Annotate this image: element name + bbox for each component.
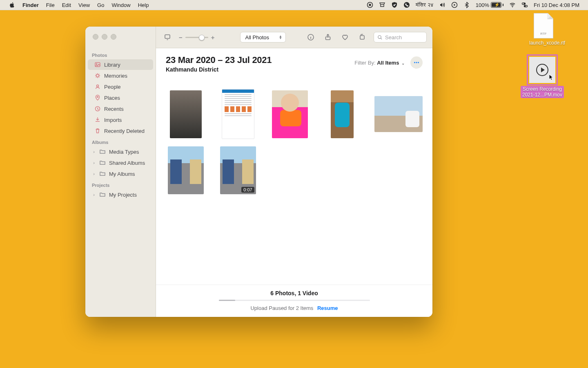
- info-button[interactable]: [305, 31, 316, 43]
- svg-point-6: [524, 3, 525, 4]
- sidebar: Photos Library Memories People Places Re…: [85, 27, 156, 317]
- zoom-track[interactable]: [185, 37, 208, 38]
- zoom-slider[interactable]: − +: [179, 34, 215, 41]
- filter-value: All Items: [377, 60, 399, 66]
- favorite-button[interactable]: [339, 31, 351, 43]
- view-selector-label: All Photos: [245, 34, 270, 40]
- more-button[interactable]: [410, 56, 423, 69]
- photo-thumbnail[interactable]: [374, 96, 423, 132]
- folder-icon: [99, 159, 106, 166]
- svg-rect-15: [165, 35, 170, 38]
- menu-view[interactable]: View: [75, 0, 94, 10]
- video-duration-badge: 0:07: [241, 187, 254, 193]
- mov-file-icon: [528, 56, 557, 84]
- apple-menu[interactable]: [6, 0, 19, 10]
- menubar-control-center-icon[interactable]: [519, 0, 531, 10]
- upload-status-text: Upload Paused for 2 Items: [250, 305, 313, 311]
- sidebar-item-imports[interactable]: Imports: [88, 114, 153, 125]
- sidebar-item-label: People: [104, 84, 120, 90]
- close-button[interactable]: [93, 34, 98, 40]
- memories-icon: [94, 72, 101, 79]
- desktop-file-mov[interactable]: Screen Recording2021-12...PM.mov: [518, 56, 567, 98]
- sidebar-item-label: My Albums: [109, 171, 135, 177]
- play-icon: [536, 64, 548, 76]
- share-button[interactable]: [322, 31, 334, 43]
- folder-icon: [99, 171, 106, 177]
- view-selector[interactable]: All Photos ▲▼: [240, 32, 286, 43]
- sidebar-item-shared-albums[interactable]: › Shared Albums: [88, 157, 153, 168]
- resume-link[interactable]: Resume: [317, 305, 338, 311]
- minimize-button[interactable]: [102, 34, 107, 40]
- sidebar-item-places[interactable]: Places: [88, 92, 153, 103]
- photo-thumbnail[interactable]: [222, 89, 254, 139]
- battery-icon: ⚡: [491, 2, 503, 8]
- photo-grid: 0:07: [156, 74, 432, 198]
- menubar-viber-icon[interactable]: [401, 0, 413, 10]
- menubar-date-extra[interactable]: मंसिर २४: [413, 0, 436, 10]
- menubar-clock[interactable]: Fri 10 Dec 4:08 PM: [531, 0, 582, 10]
- search-input[interactable]: Search: [374, 32, 427, 43]
- zoom-out-icon[interactable]: −: [179, 34, 183, 41]
- zoom-button[interactable]: [111, 34, 116, 40]
- menubar-app[interactable]: Finder: [19, 0, 42, 10]
- video-thumbnail[interactable]: 0:07: [220, 146, 256, 194]
- filter-label: Filter By:: [354, 60, 375, 66]
- rtf-tag: RTF: [534, 32, 553, 36]
- photo-thumbnail[interactable]: [168, 146, 204, 194]
- upload-progress: [219, 300, 370, 301]
- menu-help[interactable]: Help: [134, 0, 153, 10]
- content-header: 23 Mar 2020 – 23 Jul 2021 Kathmandu Dist…: [156, 48, 432, 74]
- people-icon: [94, 83, 101, 90]
- menubar-nowplaying-icon[interactable]: [448, 0, 461, 10]
- sidebar-item-media-types[interactable]: › Media Types: [88, 146, 153, 157]
- mov-file-label: Screen Recording2021-12...PM.mov: [521, 86, 564, 98]
- sidebar-item-library[interactable]: Library: [88, 59, 153, 70]
- rtf-file-icon: RTF: [534, 13, 553, 38]
- svg-point-21: [416, 62, 417, 63]
- menu-go[interactable]: Go: [94, 0, 108, 10]
- photo-thumbnail[interactable]: [331, 90, 354, 138]
- svg-rect-1: [369, 4, 371, 6]
- photos-window: Photos Library Memories People Places Re…: [85, 27, 432, 317]
- rtf-file-label: launch_xcode.rtf: [529, 40, 558, 46]
- main-pane: − + All Photos ▲▼ Search 23 Mar 2020 –: [156, 27, 432, 317]
- menubar-volume-icon[interactable]: [436, 0, 448, 10]
- sidebar-item-people[interactable]: People: [88, 81, 153, 92]
- desktop-file-rtf[interactable]: RTF launch_xcode.rtf: [529, 13, 558, 46]
- imports-icon: [94, 117, 101, 123]
- sidebar-section-projects: Projects: [85, 180, 156, 189]
- svg-point-2: [404, 2, 410, 8]
- svg-point-8: [524, 6, 526, 7]
- zoom-in-icon[interactable]: +: [211, 34, 215, 41]
- sidebar-item-my-projects[interactable]: › My Projects: [88, 189, 153, 200]
- sidebar-item-memories[interactable]: Memories: [88, 70, 153, 81]
- sidebar-item-my-albums[interactable]: › My Albums: [88, 168, 153, 179]
- svg-point-13: [97, 96, 98, 98]
- sidebar-item-recently-deleted[interactable]: Recently Deleted: [88, 126, 153, 136]
- ellipsis-icon: [413, 59, 420, 66]
- recents-icon: [94, 105, 101, 112]
- sidebar-item-recents[interactable]: Recents: [88, 103, 153, 114]
- menu-edit[interactable]: Edit: [58, 0, 75, 10]
- menu-window[interactable]: Window: [108, 0, 134, 10]
- aspect-button[interactable]: [162, 31, 173, 43]
- svg-point-19: [378, 35, 381, 38]
- menubar-battery[interactable]: 100% ⚡: [473, 0, 506, 10]
- trash-icon: [94, 128, 101, 134]
- menubar-bluetooth-icon[interactable]: [461, 0, 473, 10]
- menu-file[interactable]: File: [42, 0, 58, 10]
- menubar-record-icon[interactable]: [364, 0, 376, 10]
- photo-thumbnail[interactable]: [272, 90, 308, 138]
- menubar-tray-icon[interactable]: [376, 0, 388, 10]
- filter-control[interactable]: Filter By: All Items ⌄: [354, 60, 405, 66]
- svg-point-10: [96, 64, 97, 65]
- zoom-thumb[interactable]: [199, 35, 205, 40]
- rotate-button[interactable]: [356, 31, 368, 43]
- svg-point-11: [96, 74, 99, 77]
- menubar-wifi-icon[interactable]: [506, 0, 519, 10]
- photo-thumbnail[interactable]: [170, 90, 202, 138]
- svg-rect-18: [360, 36, 364, 39]
- menubar-shield-icon[interactable]: [388, 0, 401, 10]
- sidebar-item-label: Recently Deleted: [104, 128, 145, 134]
- svg-point-20: [414, 62, 415, 63]
